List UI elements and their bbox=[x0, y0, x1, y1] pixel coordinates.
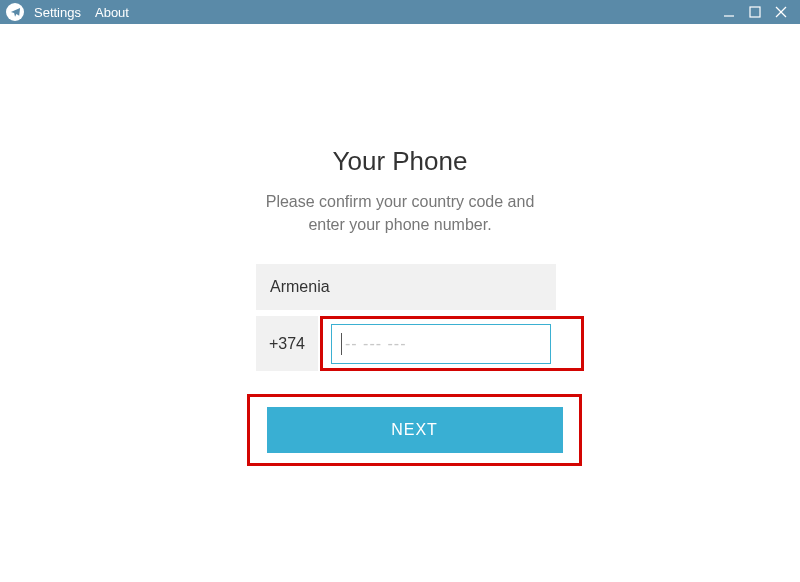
titlebar: Settings About bbox=[0, 0, 800, 24]
maximize-button[interactable] bbox=[742, 0, 768, 24]
page-title: Your Phone bbox=[0, 146, 800, 177]
menu-settings[interactable]: Settings bbox=[34, 5, 81, 20]
window-controls bbox=[716, 0, 794, 24]
text-caret bbox=[341, 333, 342, 355]
content-area: Your Phone Please confirm your country c… bbox=[0, 24, 800, 582]
country-select[interactable]: Armenia bbox=[256, 264, 556, 310]
close-button[interactable] bbox=[768, 0, 794, 24]
app-logo-icon bbox=[6, 3, 24, 21]
subtitle-line-1: Please confirm your country code and bbox=[266, 193, 535, 210]
menu-about[interactable]: About bbox=[95, 5, 129, 20]
page-subtitle: Please confirm your country code and ent… bbox=[0, 190, 800, 236]
next-button-highlight: NEXT bbox=[247, 394, 582, 466]
dial-code-value: +374 bbox=[269, 335, 305, 353]
phone-number-input[interactable]: -- --- --- bbox=[331, 324, 551, 364]
phone-input-highlight: -- --- --- bbox=[320, 316, 584, 371]
next-button[interactable]: NEXT bbox=[267, 407, 563, 453]
next-button-label: NEXT bbox=[391, 421, 438, 439]
subtitle-line-2: enter your phone number. bbox=[308, 216, 491, 233]
minimize-button[interactable] bbox=[716, 0, 742, 24]
svg-rect-1 bbox=[750, 7, 760, 17]
phone-placeholder-text: -- --- --- bbox=[345, 335, 407, 353]
dial-code-field[interactable]: +374 bbox=[256, 316, 318, 371]
country-value: Armenia bbox=[270, 278, 330, 296]
